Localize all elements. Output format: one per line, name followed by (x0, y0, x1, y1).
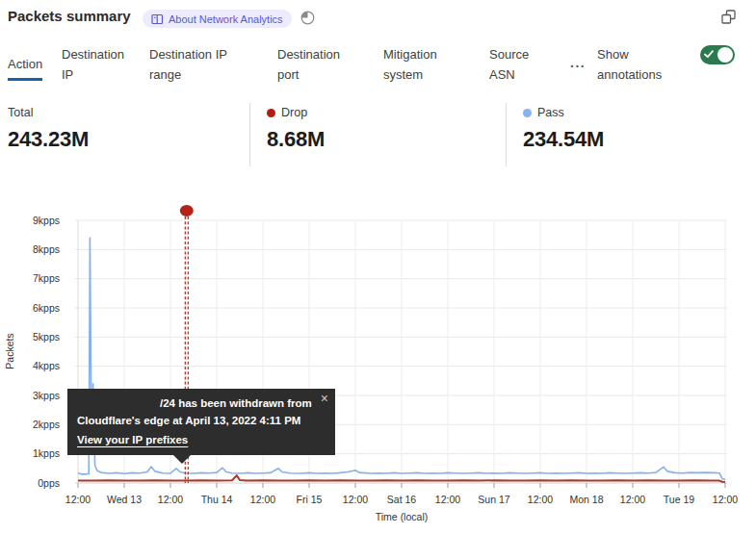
x-tick-label: 12:00 (620, 494, 645, 505)
stat-pass-value: 234.54M (523, 127, 604, 152)
tooltip-ip-prefixes-link[interactable]: View your IP prefixes (77, 434, 188, 445)
x-tick-label: Mon 18 (569, 494, 603, 505)
y-tick-label: 6kpps (33, 302, 60, 314)
toggle-knob (717, 47, 733, 63)
about-network-analytics-badge[interactable]: About Network Analytics (143, 10, 292, 28)
stat-total-value: 243.23M (8, 127, 89, 152)
y-tick-label: 9kpps (33, 215, 60, 226)
annotations-toggle[interactable] (700, 45, 735, 64)
annotation-dot[interactable] (180, 205, 194, 216)
x-tick-label: 12:00 (528, 494, 553, 505)
show-annotations-label: Show annotations (597, 44, 678, 85)
stat-drop-value: 8.68M (267, 127, 325, 152)
tooltip-caret (173, 455, 191, 464)
x-tick-label: Sun 17 (478, 494, 509, 505)
x-tick-label: Fri 15 (297, 494, 323, 505)
tab-action[interactable]: Action (8, 54, 42, 81)
toggle-check-icon (704, 50, 714, 59)
tab-source-asn[interactable]: Source ASN (489, 44, 545, 85)
stat-drop-label: Drop (281, 106, 307, 119)
y-tick-label: 0pps (38, 477, 60, 489)
drop-legend-dot (267, 109, 275, 117)
tab-destination-ip-range[interactable]: Destination IP range (149, 44, 244, 85)
y-axis-title: Packets (4, 333, 15, 369)
y-tick-label: 4kpps (33, 360, 60, 371)
x-tick-label: Thu 14 (201, 494, 233, 505)
book-icon (151, 13, 164, 25)
annotation-tooltip: × /24 has been withdrawn from Cloudflare… (67, 389, 335, 455)
y-tick-label: 7kpps (33, 272, 60, 284)
tab-destination-port[interactable]: Destination port (277, 44, 360, 85)
page-title: Packets summary (8, 8, 131, 24)
stat-drop: Drop 8.68M (267, 106, 325, 152)
stat-pass: Pass 234.54M (523, 106, 604, 152)
x-tick-label: 12:00 (343, 494, 368, 505)
stat-total-label: Total (8, 106, 33, 119)
x-tick-label: 12:00 (435, 494, 460, 505)
packets-time-series-chart[interactable]: 9kpps8kpps7kpps6kpps5kpps4kpps3kpps2kpps… (0, 202, 756, 534)
y-tick-label: 8kpps (33, 243, 60, 255)
tab-mitigation-system[interactable]: Mitigation system (383, 44, 462, 85)
y-tick-label: 3kpps (33, 390, 60, 401)
x-tick-label: Wed 13 (107, 494, 142, 505)
tooltip-close-icon[interactable]: × (321, 392, 328, 405)
x-tick-label: 12:00 (158, 494, 183, 505)
stat-pass-label: Pass (537, 106, 564, 119)
x-tick-label: Sat 16 (387, 494, 417, 505)
expand-icon[interactable] (720, 9, 737, 25)
stats-divider (249, 103, 250, 166)
x-tick-label: Tue 19 (664, 494, 694, 505)
badge-label: About Network Analytics (169, 13, 283, 25)
y-tick-label: 5kpps (33, 331, 60, 343)
refresh-timer-icon[interactable] (300, 10, 316, 26)
x-tick-label: 12:00 (713, 494, 738, 505)
packets-summary-panel: Packets summary About Network Analytics … (0, 0, 756, 534)
tooltip-message: /24 has been withdrawn from Cloudflare's… (77, 395, 316, 430)
y-tick-label: 2kpps (33, 419, 60, 430)
x-tick-label: 12:00 (250, 494, 275, 505)
tab-destination-ip[interactable]: Destination IP (62, 44, 137, 85)
more-tabs-button[interactable]: ... (570, 55, 586, 70)
x-tick-label: 12:00 (65, 494, 91, 505)
x-axis-title: Time (local) (376, 511, 428, 522)
y-tick-label: 1kpps (33, 447, 60, 459)
pass-legend-dot (523, 109, 532, 117)
stats-divider (506, 103, 507, 166)
stat-total: Total 243.23M (8, 106, 89, 152)
